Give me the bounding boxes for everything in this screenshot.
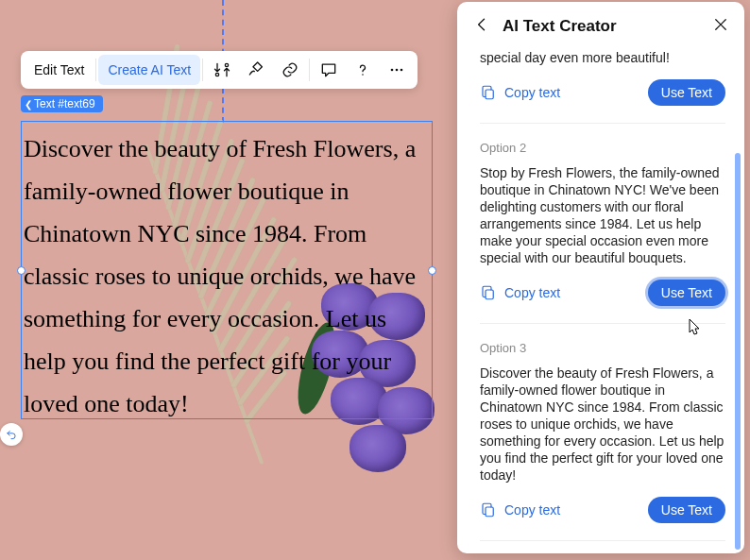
close-button[interactable] — [712, 16, 729, 37]
option-text: Stop by Fresh Flowers, the family-owned … — [480, 164, 725, 266]
option-text: special day even more beautiful! — [480, 49, 725, 66]
help-icon[interactable] — [346, 55, 380, 85]
svg-point-5 — [396, 69, 399, 72]
svg-rect-7 — [486, 90, 493, 99]
back-button[interactable] — [472, 15, 491, 38]
svg-point-6 — [401, 69, 403, 72]
link-icon[interactable] — [273, 55, 307, 85]
copy-text-link[interactable]: Copy text — [480, 284, 560, 301]
comment-icon[interactable] — [312, 55, 346, 85]
option-label: Option 3 — [480, 341, 725, 355]
selected-text-element[interactable]: Discover the beauty of Fresh Flowers, a … — [21, 121, 433, 419]
copy-text-label: Copy text — [504, 285, 560, 300]
path-icon[interactable] — [239, 55, 273, 85]
svg-point-4 — [391, 69, 394, 72]
edit-text-button[interactable]: Edit Text — [25, 55, 94, 85]
scrollbar[interactable] — [735, 153, 741, 550]
element-tag-label: Text #text69 — [34, 97, 95, 110]
use-text-button[interactable]: Use Text — [648, 497, 725, 523]
resize-handle-left[interactable] — [17, 266, 26, 275]
editor-canvas[interactable]: Edit Text Create AI Text ❮ Text #text69 … — [0, 0, 750, 560]
ai-panel-body[interactable]: special day even more beautiful! Copy te… — [457, 49, 744, 553]
option-block-2: Option 2 Stop by Fresh Flowers, the fami… — [480, 137, 725, 324]
chevron-left-icon: ❮ — [25, 99, 32, 110]
copy-text-link[interactable]: Copy text — [480, 84, 560, 101]
resize-handle-right[interactable] — [428, 266, 436, 275]
copy-text-link[interactable]: Copy text — [480, 501, 560, 518]
ai-panel-title: AI Text Creator — [503, 17, 712, 36]
element-tag[interactable]: ❮ Text #text69 — [21, 95, 103, 112]
svg-rect-8 — [486, 290, 493, 299]
svg-rect-2 — [253, 62, 262, 71]
create-ai-text-button[interactable]: Create AI Text — [98, 55, 200, 85]
text-content[interactable]: Discover the beauty of Fresh Flowers, a … — [22, 127, 422, 425]
copy-text-label: Copy text — [504, 85, 560, 100]
ai-panel-header: AI Text Creator — [457, 2, 744, 49]
option-block-3: Option 3 Discover the beauty of Fresh Fl… — [480, 337, 725, 541]
ai-text-creator-panel: AI Text Creator special day even more be… — [457, 2, 744, 553]
option-block-1-partial: special day even more beautiful! Copy te… — [480, 49, 725, 124]
element-toolbar: Edit Text Create AI Text — [21, 51, 418, 89]
more-icon[interactable] — [380, 55, 414, 85]
svg-point-0 — [215, 73, 218, 76]
svg-point-1 — [225, 63, 228, 66]
use-text-button[interactable]: Use Text — [648, 79, 725, 106]
option-text: Discover the beauty of Fresh Flowers, a … — [480, 365, 725, 484]
use-text-button[interactable]: Use Text — [648, 280, 725, 306]
undo-button[interactable] — [0, 423, 23, 446]
svg-point-3 — [362, 74, 364, 76]
option-label: Option 2 — [480, 141, 725, 155]
animation-icon[interactable] — [205, 55, 239, 85]
svg-rect-9 — [486, 507, 493, 517]
copy-text-label: Copy text — [504, 502, 560, 518]
